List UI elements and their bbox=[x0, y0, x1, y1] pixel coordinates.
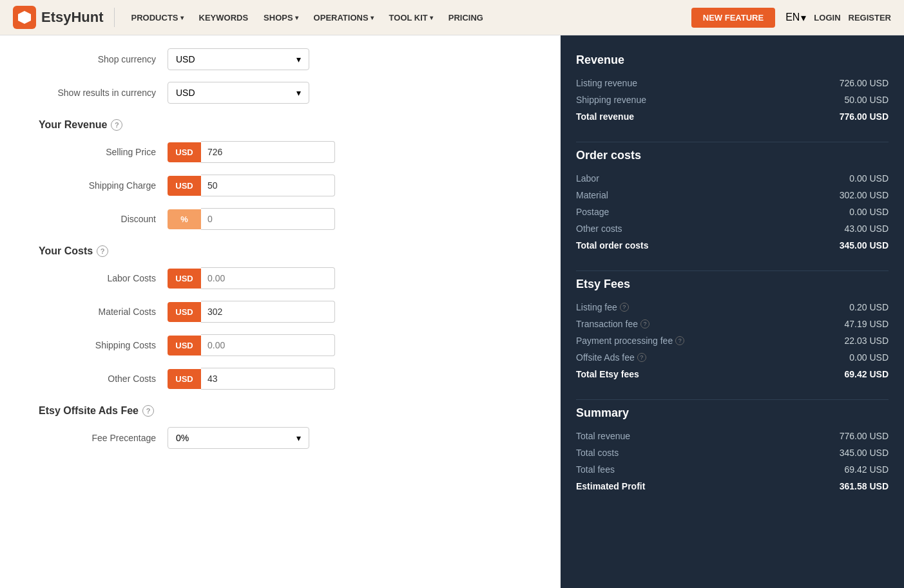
right-panel: Revenue Listing revenue 726.00 USD Shipp… bbox=[561, 35, 904, 588]
sum-total-fees-row: Total fees 69.42 USD bbox=[576, 461, 889, 478]
logo[interactable]: E EtsyHunt bbox=[13, 6, 104, 29]
discount-badge: % bbox=[168, 209, 201, 229]
fee-percentage-select[interactable]: 0% ▾ bbox=[168, 427, 309, 449]
discount-input-group: % bbox=[168, 208, 335, 230]
other-costs-input-group: USD bbox=[168, 368, 335, 390]
shipping-costs-input-group: USD bbox=[168, 334, 335, 356]
nav-toolkit[interactable]: TOOL KIT ▾ bbox=[383, 9, 439, 26]
sum-total-fees-value: 69.42 USD bbox=[845, 464, 889, 475]
other-costs-row: Other Costs USD bbox=[39, 368, 522, 390]
labor-costs-label: Labor Costs bbox=[39, 273, 168, 283]
selling-price-input[interactable] bbox=[201, 141, 335, 163]
selling-price-badge: USD bbox=[168, 142, 201, 162]
material-costs-badge: USD bbox=[168, 302, 201, 322]
navbar: E EtsyHunt PRODUCTS ▾ KEYWORDS SHOPS ▾ O… bbox=[0, 0, 904, 35]
show-currency-select[interactable]: USD ▾ bbox=[168, 82, 309, 104]
shipping-revenue-row: Shipping revenue 50.00 USD bbox=[576, 91, 889, 108]
show-currency-row: Show results in currency USD ▾ bbox=[39, 82, 522, 104]
payment-processing-fee-row: Payment processing fee ? 22.03 USD bbox=[576, 332, 889, 349]
shipping-costs-input[interactable] bbox=[201, 334, 335, 356]
postage-label: Postage bbox=[576, 207, 609, 217]
total-etsy-fees-row: Total Etsy fees 69.42 USD bbox=[576, 366, 889, 383]
estimated-profit-label: Estimated Profit bbox=[576, 481, 645, 491]
nav-divider bbox=[114, 8, 115, 27]
etsy-fees-section-title: Etsy Fees bbox=[576, 278, 889, 291]
labor-costs-badge: USD bbox=[168, 269, 201, 289]
postage-value: 0.00 USD bbox=[849, 207, 889, 217]
revenue-help-icon[interactable]: ? bbox=[111, 119, 122, 131]
selling-price-label: Selling Price bbox=[39, 147, 168, 157]
total-order-costs-row: Total order costs 345.00 USD bbox=[576, 237, 889, 254]
shipping-charge-label: Shipping Charge bbox=[39, 180, 168, 191]
transaction-fee-help-icon[interactable]: ? bbox=[640, 319, 649, 328]
payment-fee-help-icon[interactable]: ? bbox=[675, 336, 684, 345]
other-costs-input[interactable] bbox=[201, 368, 335, 390]
shop-currency-select[interactable]: USD ▾ bbox=[168, 48, 309, 70]
sum-total-revenue-row: Total revenue 776.00 USD bbox=[576, 428, 889, 444]
left-panel: Shop currency USD ▾ Show results in curr… bbox=[0, 35, 561, 588]
nav-shops[interactable]: SHOPS ▾ bbox=[257, 9, 305, 26]
logo-icon: E bbox=[13, 6, 36, 29]
divider-3 bbox=[576, 399, 889, 400]
material-costs-row: Material Costs USD bbox=[39, 301, 522, 323]
chevron-down-icon: ▾ bbox=[801, 12, 806, 24]
labor-value: 0.00 USD bbox=[849, 173, 889, 184]
offsite-ads-help-icon[interactable]: ? bbox=[637, 353, 646, 362]
payment-processing-fee-value: 22.03 USD bbox=[845, 336, 889, 346]
listing-fee-row: Listing fee ? 0.20 USD bbox=[576, 299, 889, 316]
sum-total-revenue-label: Total revenue bbox=[576, 431, 630, 441]
fee-percentage-label: Fee Precentage bbox=[39, 433, 168, 443]
show-currency-label: Show results in currency bbox=[39, 88, 168, 98]
discount-label: Discount bbox=[39, 214, 168, 224]
shipping-costs-badge: USD bbox=[168, 336, 201, 356]
nav-pricing[interactable]: PRICING bbox=[442, 9, 490, 26]
listing-fee-help-icon[interactable]: ? bbox=[620, 303, 629, 312]
shipping-charge-row: Shipping Charge USD bbox=[39, 175, 522, 196]
material-label: Material bbox=[576, 190, 608, 200]
nav-operations[interactable]: OPERATIONS ▾ bbox=[307, 9, 380, 26]
costs-help-icon[interactable]: ? bbox=[97, 245, 108, 257]
shipping-costs-row: Shipping Costs USD bbox=[39, 334, 522, 356]
listing-revenue-value: 726.00 USD bbox=[840, 78, 889, 88]
nav-auth: LOGIN REGISTER bbox=[814, 13, 891, 23]
nav-links: PRODUCTS ▾ KEYWORDS SHOPS ▾ OPERATIONS ▾… bbox=[125, 9, 490, 26]
offsite-help-icon[interactable]: ? bbox=[142, 405, 154, 417]
total-etsy-fees-value: 69.42 USD bbox=[845, 369, 889, 379]
order-costs-section-title: Order costs bbox=[576, 149, 889, 162]
other-costs-rp-label: Other costs bbox=[576, 223, 622, 234]
divider-2 bbox=[576, 270, 889, 271]
nav-products[interactable]: PRODUCTS ▾ bbox=[125, 9, 190, 26]
sum-total-costs-row: Total costs 345.00 USD bbox=[576, 444, 889, 461]
shipping-charge-input-group: USD bbox=[168, 175, 335, 196]
total-revenue-value: 776.00 USD bbox=[840, 111, 889, 122]
chevron-down-icon: ▾ bbox=[296, 54, 301, 64]
listing-fee-label: Listing fee ? bbox=[576, 302, 629, 312]
payment-processing-fee-label: Payment processing fee ? bbox=[576, 336, 684, 346]
selling-price-input-group: USD bbox=[168, 141, 335, 163]
revenue-section-title: Revenue bbox=[576, 53, 889, 67]
etsy-offsite-title: Etsy Offsite Ads Fee ? bbox=[39, 405, 522, 417]
new-feature-button[interactable]: NEW FEATURE bbox=[691, 8, 775, 28]
material-costs-input[interactable] bbox=[201, 301, 335, 323]
labor-row: Labor 0.00 USD bbox=[576, 170, 889, 187]
selling-price-row: Selling Price USD bbox=[39, 141, 522, 163]
labor-costs-row: Labor Costs USD bbox=[39, 267, 522, 289]
chevron-down-icon: ▾ bbox=[295, 14, 298, 21]
language-selector[interactable]: EN ▾ bbox=[785, 12, 806, 24]
total-revenue-label: Total revenue bbox=[576, 111, 634, 122]
postage-row: Postage 0.00 USD bbox=[576, 204, 889, 220]
shipping-revenue-label: Shipping revenue bbox=[576, 95, 646, 105]
shipping-revenue-value: 50.00 USD bbox=[845, 95, 889, 105]
nav-keywords[interactable]: KEYWORDS bbox=[193, 9, 255, 26]
main-layout: Shop currency USD ▾ Show results in curr… bbox=[0, 35, 904, 588]
total-etsy-fees-label: Total Etsy fees bbox=[576, 369, 639, 379]
listing-fee-value: 0.20 USD bbox=[849, 302, 889, 312]
your-revenue-title: Your Revenue ? bbox=[39, 119, 522, 131]
other-costs-rp-row: Other costs 43.00 USD bbox=[576, 220, 889, 237]
discount-input[interactable] bbox=[201, 208, 335, 230]
estimated-profit-value: 361.58 USD bbox=[840, 481, 889, 491]
shipping-charge-input[interactable] bbox=[201, 175, 335, 196]
login-link[interactable]: LOGIN bbox=[814, 13, 840, 23]
register-link[interactable]: REGISTER bbox=[849, 13, 891, 23]
labor-costs-input[interactable] bbox=[201, 267, 335, 289]
